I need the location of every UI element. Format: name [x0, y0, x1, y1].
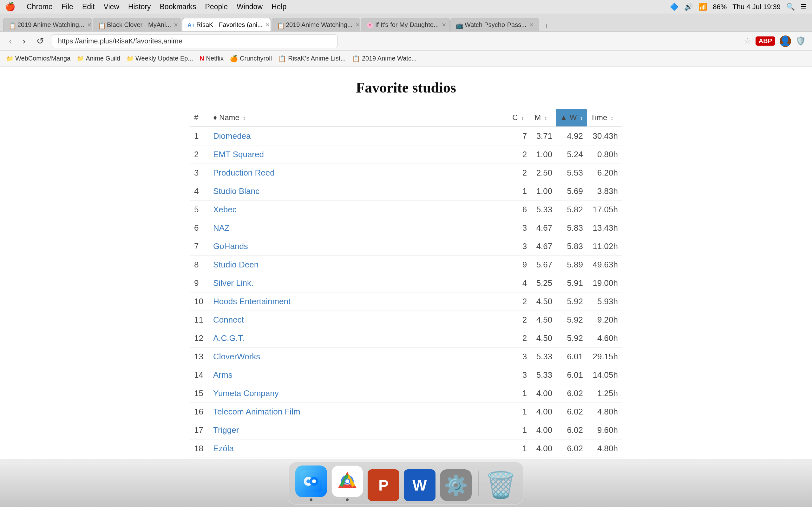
- menu-window[interactable]: Window: [237, 3, 263, 11]
- studio-link[interactable]: Ezóla: [213, 444, 234, 453]
- row-name[interactable]: Connect: [209, 311, 508, 329]
- studio-link[interactable]: Arms: [213, 370, 233, 380]
- dock-word[interactable]: W: [404, 469, 436, 501]
- studio-link[interactable]: Studio Blanc: [213, 186, 259, 196]
- tab-2[interactable]: 📋 Black Clover - MyAni... ✕: [93, 18, 182, 32]
- tab-3[interactable]: A+ RisaK - Favorites (ani... ✕: [182, 18, 271, 32]
- col-header-c[interactable]: C ↕: [508, 109, 531, 127]
- tab-5[interactable]: 🌸 If It's for My Daughte... ✕: [361, 18, 450, 32]
- dock-finder[interactable]: [295, 465, 327, 501]
- new-tab-button[interactable]: +: [541, 20, 553, 32]
- tab-1[interactable]: 📋 2019 Anime Watching... ✕: [3, 18, 92, 32]
- col-header-time[interactable]: Time ↕: [587, 109, 622, 127]
- studio-link[interactable]: A.C.G.T.: [213, 333, 244, 343]
- dock-sysprefs[interactable]: ⚙️: [440, 469, 472, 501]
- extension-icon[interactable]: 🛡️: [796, 36, 806, 46]
- row-name[interactable]: EMT Squared: [209, 146, 508, 164]
- col-header-m[interactable]: M ↕: [531, 109, 556, 127]
- row-name[interactable]: Trigger: [209, 421, 508, 440]
- row-name[interactable]: Silver Link.: [209, 274, 508, 292]
- bookmark-2019anime[interactable]: 📋 2019 Anime Watc...: [352, 55, 417, 62]
- studio-link[interactable]: Production Reed: [213, 168, 275, 177]
- studio-link[interactable]: NAZ: [213, 223, 230, 233]
- row-name[interactable]: Xebec: [209, 201, 508, 219]
- studio-link[interactable]: Yumeta Company: [213, 389, 279, 398]
- bookmark-webcomics[interactable]: 📁 WebComics/Manga: [6, 55, 70, 62]
- studio-link[interactable]: EMT Squared: [213, 150, 264, 159]
- studio-link[interactable]: Hoods Entertainment: [213, 297, 291, 306]
- bluetooth-icon[interactable]: 🔷: [670, 3, 678, 11]
- row-name[interactable]: Telecom Animation Film: [209, 403, 508, 421]
- row-name[interactable]: Diomedea: [209, 127, 508, 146]
- row-num: 15: [190, 384, 209, 403]
- menu-history[interactable]: History: [128, 3, 151, 11]
- row-name[interactable]: A.C.G.T.: [209, 329, 508, 348]
- col-header-name[interactable]: ♦ Name ↕: [209, 109, 508, 127]
- tab-4[interactable]: 📋 2019 Anime Watching... ✕: [271, 18, 360, 32]
- adblock-icon[interactable]: ABP: [756, 37, 775, 46]
- studio-link[interactable]: Trigger: [213, 425, 239, 435]
- menu-edit[interactable]: Edit: [82, 3, 95, 11]
- back-button[interactable]: ‹: [6, 35, 14, 48]
- bookmark-weeklyupdate[interactable]: 📁 Weekly Update Ep...: [126, 55, 193, 62]
- spotlight-icon[interactable]: 🔍: [786, 3, 795, 11]
- bookmark-netflix[interactable]: N Netflix: [200, 55, 223, 62]
- studio-link[interactable]: Silver Link.: [213, 278, 253, 288]
- tab-3-close[interactable]: ✕: [265, 21, 270, 29]
- menu-help[interactable]: Help: [271, 3, 287, 11]
- row-name[interactable]: Asahi Production: [209, 458, 508, 459]
- tab-1-close[interactable]: ✕: [87, 21, 92, 29]
- row-c: 2: [508, 329, 531, 348]
- tab-6[interactable]: 📺 Watch Psycho-Pass... ✕: [450, 18, 539, 32]
- menu-view[interactable]: View: [104, 3, 119, 11]
- table-row: 10 Hoods Entertainment 2 4.50 5.92 5.93h: [190, 292, 622, 311]
- bookmark-animeguild[interactable]: 📁 Anime Guild: [77, 55, 120, 62]
- row-name[interactable]: Ezóla: [209, 440, 508, 458]
- bookmark-crunchyroll[interactable]: 🍊 Crunchyroll: [230, 55, 272, 62]
- tab-6-close[interactable]: ✕: [529, 21, 534, 29]
- notification-icon[interactable]: ☰: [801, 3, 807, 11]
- menu-people[interactable]: People: [205, 3, 228, 11]
- row-name[interactable]: Hoods Entertainment: [209, 292, 508, 311]
- studio-link[interactable]: Studio Deen: [213, 260, 258, 269]
- row-name[interactable]: Studio Blanc: [209, 182, 508, 201]
- row-name[interactable]: NAZ: [209, 219, 508, 237]
- row-num: 7: [190, 237, 209, 256]
- studio-link[interactable]: Xebec: [213, 205, 237, 214]
- row-name[interactable]: Production Reed: [209, 164, 508, 182]
- wifi-icon[interactable]: 📶: [699, 3, 707, 11]
- tab-2-close[interactable]: ✕: [173, 21, 178, 29]
- dock-powerpoint[interactable]: P: [368, 469, 399, 501]
- profile-avatar[interactable]: 👤: [780, 36, 791, 47]
- studio-link[interactable]: CloverWorks: [213, 352, 260, 361]
- dock-trash[interactable]: 🗑️: [485, 469, 517, 501]
- dock-chrome[interactable]: [332, 465, 363, 501]
- table-header-row: # ♦ Name ↕ C ↕ M ↕ ▲ W ↕ Time ↕: [190, 109, 622, 127]
- menu-file[interactable]: File: [61, 3, 73, 11]
- studio-link[interactable]: Connect: [213, 315, 244, 325]
- anime2019-favicon: 📋: [352, 55, 360, 62]
- bookmark-risak[interactable]: 📋 RisaK's Anime List...: [278, 55, 346, 62]
- studio-link[interactable]: Telecom Animation Film: [213, 407, 300, 416]
- tab-4-close[interactable]: ✕: [355, 21, 360, 29]
- apple-menu[interactable]: 🍎: [5, 2, 15, 12]
- volume-icon[interactable]: 🔊: [684, 3, 693, 11]
- row-name[interactable]: CloverWorks: [209, 348, 508, 366]
- menu-chrome[interactable]: Chrome: [27, 3, 53, 11]
- studio-link[interactable]: GoHands: [213, 241, 248, 251]
- col-header-w[interactable]: ▲ W ↕: [556, 109, 587, 127]
- url-input[interactable]: [52, 34, 338, 48]
- bookmark-star-icon[interactable]: ☆: [744, 36, 751, 46]
- tab-6-favicon: 📺: [456, 22, 462, 28]
- row-name[interactable]: Arms: [209, 366, 508, 384]
- tab-5-close[interactable]: ✕: [442, 21, 446, 29]
- row-name[interactable]: Studio Deen: [209, 256, 508, 274]
- page-title: Favorite studios: [6, 79, 806, 96]
- row-num: 14: [190, 366, 209, 384]
- row-name[interactable]: Yumeta Company: [209, 384, 508, 403]
- studio-link[interactable]: Diomedea: [213, 131, 251, 141]
- menu-bookmarks[interactable]: Bookmarks: [160, 3, 196, 11]
- forward-button[interactable]: ›: [20, 35, 28, 48]
- reload-button[interactable]: ↺: [34, 35, 46, 48]
- row-name[interactable]: GoHands: [209, 237, 508, 256]
